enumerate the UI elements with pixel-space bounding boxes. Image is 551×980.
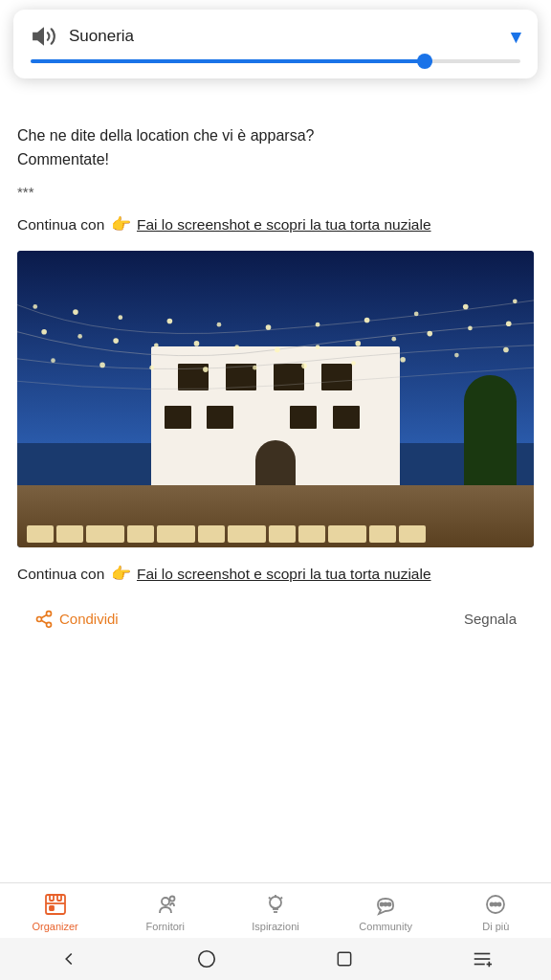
table <box>298 525 325 543</box>
table <box>399 525 426 543</box>
ispirazioni-icon <box>262 891 289 918</box>
svg-point-15 <box>73 309 78 315</box>
nav-item-di-piu[interactable]: Di più <box>457 891 534 932</box>
svg-point-12 <box>468 325 473 330</box>
svg-line-39 <box>41 614 47 617</box>
notification-card: Suoneria ▾ <box>13 10 538 78</box>
svg-point-1 <box>41 329 47 335</box>
screenshot-link-1[interactable]: Fai lo screenshot e scopri la tua torta … <box>137 216 431 233</box>
svg-point-34 <box>503 346 509 352</box>
table <box>228 525 266 543</box>
notification-left: Suoneria <box>31 23 134 50</box>
ground-area <box>17 485 534 547</box>
nav-label-community: Community <box>359 921 412 932</box>
svg-point-11 <box>427 331 432 337</box>
svg-point-8 <box>316 345 320 349</box>
svg-point-2 <box>77 334 82 339</box>
svg-point-55 <box>388 903 391 906</box>
svg-rect-40 <box>46 895 65 914</box>
svg-point-19 <box>266 324 272 330</box>
menu-button[interactable] <box>467 944 497 974</box>
slider-fill <box>31 59 432 63</box>
svg-point-33 <box>454 353 459 358</box>
svg-point-3 <box>113 338 119 344</box>
nav-item-organizer[interactable]: Organizer <box>17 891 94 932</box>
svg-rect-41 <box>50 895 54 901</box>
svg-point-20 <box>316 323 320 327</box>
tables-row <box>17 490 534 543</box>
table <box>127 525 154 543</box>
svg-point-4 <box>154 343 159 347</box>
nav-label-di-piu: Di più <box>482 921 509 932</box>
nav-label-fornitori: Fornitori <box>146 921 185 932</box>
continua-block-2: Continua con 👉 Fai lo screenshot e scopr… <box>17 561 534 587</box>
organizer-icon <box>42 891 69 918</box>
home-button[interactable] <box>191 944 222 974</box>
svg-point-60 <box>199 951 215 968</box>
table <box>369 525 396 543</box>
di-piu-icon <box>482 891 509 918</box>
svg-marker-0 <box>33 29 43 43</box>
svg-point-5 <box>194 341 200 346</box>
nav-item-community[interactable]: Community <box>347 891 424 932</box>
svg-point-26 <box>99 362 105 368</box>
table <box>198 525 225 543</box>
segnala-button[interactable]: Segnala <box>464 611 517 627</box>
svg-rect-61 <box>338 952 350 965</box>
svg-point-37 <box>47 622 52 627</box>
table <box>328 525 366 543</box>
svg-rect-42 <box>57 895 61 901</box>
table <box>86 525 124 543</box>
nav-label-organizer: Organizer <box>32 921 77 932</box>
svg-point-7 <box>275 346 280 352</box>
svg-rect-44 <box>50 906 54 910</box>
screenshot-link-2[interactable]: Fai lo screenshot e scopri la tua torta … <box>137 566 431 582</box>
notification-header: Suoneria ▾ <box>31 23 520 50</box>
nav-item-ispirazioni[interactable]: Ispirazioni <box>237 891 314 932</box>
svg-line-38 <box>41 620 47 623</box>
nav-item-fornitori[interactable]: Fornitori <box>127 891 204 932</box>
volume-icon <box>31 23 57 50</box>
description-text: Che ne dite della location che vi è appa… <box>17 124 534 172</box>
svg-point-59 <box>498 903 501 906</box>
notification-title: Suoneria <box>69 27 134 46</box>
fornitori-icon <box>152 891 179 918</box>
svg-point-53 <box>385 903 387 906</box>
svg-point-35 <box>47 612 52 616</box>
svg-point-57 <box>491 903 494 906</box>
svg-point-54 <box>381 903 384 906</box>
venue-image <box>17 251 534 547</box>
condividi-button[interactable]: Condividi <box>34 610 119 629</box>
svg-point-9 <box>355 341 361 346</box>
table <box>27 525 54 543</box>
svg-point-24 <box>513 299 518 303</box>
svg-point-58 <box>495 903 497 906</box>
slider-thumb[interactable] <box>417 54 432 69</box>
table <box>56 525 83 543</box>
system-nav <box>0 938 551 980</box>
svg-point-21 <box>364 317 370 323</box>
back-button[interactable] <box>54 944 84 974</box>
svg-point-10 <box>391 337 396 342</box>
table <box>269 525 296 543</box>
svg-point-45 <box>162 898 169 905</box>
recents-button[interactable] <box>329 944 360 974</box>
svg-point-25 <box>51 358 55 363</box>
separator: *** <box>17 184 534 200</box>
venue-img-inner <box>17 251 534 547</box>
condividi-label: Condividi <box>59 611 119 627</box>
svg-point-18 <box>217 323 222 327</box>
hand-emoji-1: 👉 <box>111 215 131 234</box>
volume-slider[interactable] <box>31 59 520 63</box>
chevron-down-icon[interactable]: ▾ <box>511 25 520 48</box>
svg-point-27 <box>149 366 154 370</box>
svg-point-14 <box>33 304 37 309</box>
svg-point-47 <box>270 897 281 908</box>
svg-point-30 <box>301 363 307 368</box>
svg-point-6 <box>234 345 239 349</box>
bottom-navigation: Organizer Fornitori Ispirazioni <box>0 882 551 938</box>
svg-point-17 <box>167 318 173 323</box>
svg-point-28 <box>203 367 209 372</box>
table <box>157 525 195 543</box>
svg-point-36 <box>37 616 42 621</box>
